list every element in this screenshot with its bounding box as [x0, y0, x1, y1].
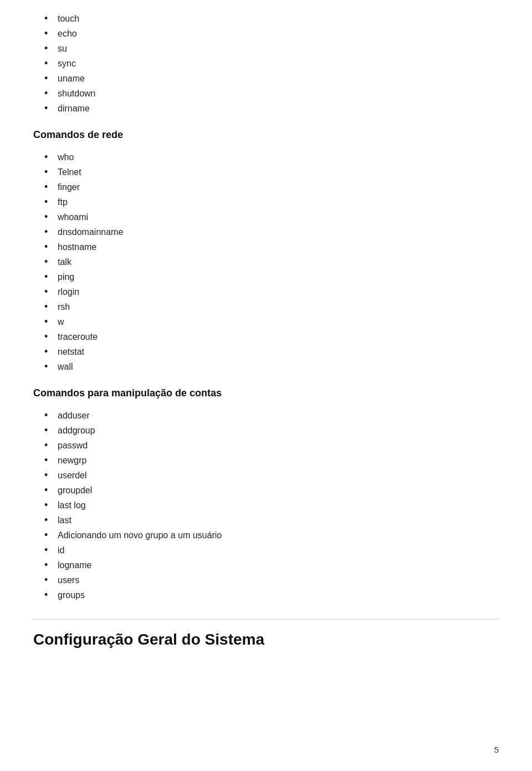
list-item: finger	[33, 180, 499, 195]
list-item: id	[33, 543, 499, 558]
list-item: last log	[33, 498, 499, 513]
page-number: 5	[494, 745, 499, 754]
list-item: adduser	[33, 408, 499, 423]
list-item: shutdown	[33, 86, 499, 101]
list-item: rsh	[33, 299, 499, 314]
bottom-heading: Configuração Geral do Sistema	[33, 631, 499, 649]
list-item: wall	[33, 359, 499, 374]
page-divider	[33, 619, 499, 620]
list-item: last	[33, 513, 499, 528]
list-item: traceroute	[33, 329, 499, 344]
contas-list: adduseraddgrouppasswdnewgrpuserdelgroupd…	[33, 408, 499, 602]
list-item: groupdel	[33, 483, 499, 498]
section-rede-heading: Comandos de rede	[33, 129, 499, 141]
list-item: echo	[33, 26, 499, 41]
list-item: addgroup	[33, 423, 499, 438]
list-item: userdel	[33, 468, 499, 483]
list-item: uname	[33, 71, 499, 86]
list-item: sync	[33, 56, 499, 71]
list-item: hostname	[33, 239, 499, 254]
list-item: touch	[33, 11, 499, 26]
list-item: groups	[33, 588, 499, 602]
list-item: w	[33, 314, 499, 329]
list-item: su	[33, 41, 499, 56]
list-item: newgrp	[33, 453, 499, 468]
list-item: logname	[33, 558, 499, 573]
list-item: users	[33, 573, 499, 588]
list-item: Telnet	[33, 165, 499, 180]
page-content: touchechosusyncunameshutdowndirname Coma…	[0, 0, 532, 687]
list-item: dirname	[33, 101, 499, 116]
list-item: ftp	[33, 195, 499, 210]
rede-list: whoTelnetfingerftpwhoamidnsdomainnamehos…	[33, 150, 499, 374]
list-item: who	[33, 150, 499, 165]
list-item: rlogin	[33, 284, 499, 299]
section-contas-heading: Comandos para manipulação de contas	[33, 387, 499, 399]
list-item: Adicionando um novo grupo a um usuário	[33, 528, 499, 543]
list-item: whoami	[33, 210, 499, 224]
list-item: netstat	[33, 344, 499, 359]
list-item: dnsdomainname	[33, 224, 499, 239]
initial-list: touchechosusyncunameshutdowndirname	[33, 11, 499, 116]
list-item: ping	[33, 269, 499, 284]
list-item: passwd	[33, 438, 499, 453]
list-item: talk	[33, 254, 499, 269]
